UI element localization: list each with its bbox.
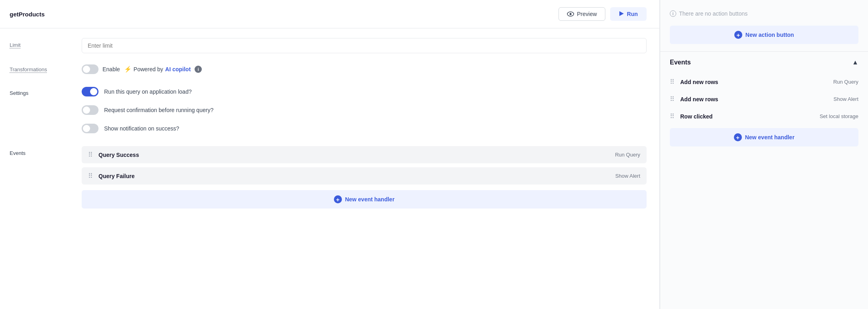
setting-toggle-1[interactable]: [82, 105, 98, 115]
event-action-1: Show Alert: [615, 173, 640, 179]
settings-options: Run this query on application load? Requ…: [82, 87, 213, 133]
plus-icon: +: [334, 195, 342, 203]
ai-text: AI copilot: [165, 66, 191, 72]
right-event-action-1: Show Alert: [834, 96, 858, 102]
eye-icon: [567, 11, 574, 17]
new-event-label: New event handler: [345, 196, 395, 203]
info-icon[interactable]: i: [195, 66, 202, 73]
run-label: Run: [627, 11, 638, 17]
powered-text: Powered by: [134, 66, 163, 72]
events-row: Events ⠿ Query Success Run Query ⠿ Query…: [10, 146, 647, 209]
right-new-event-handler-button[interactable]: + New event handler: [670, 128, 858, 146]
right-drag-handle-2[interactable]: ⠿: [670, 112, 675, 120]
new-action-label: New action button: [745, 32, 794, 38]
top-bar-actions: Preview Run: [559, 7, 647, 21]
event-item-0: ⠿ Query Success Run Query: [82, 146, 647, 163]
setting-text-0: Run this query on application load?: [104, 88, 192, 95]
transformations-content: Enable ⚡ Powered by AI copilot i: [82, 64, 202, 74]
event-name-0: Query Success: [98, 152, 611, 158]
preview-button[interactable]: Preview: [559, 7, 605, 21]
settings-row: Settings Run this query on application l…: [10, 87, 647, 133]
right-drag-handle-0[interactable]: ⠿: [670, 78, 675, 86]
event-name-1: Query Failure: [98, 173, 611, 179]
play-icon: [619, 11, 624, 18]
transformations-label: Transformations: [10, 66, 82, 72]
event-action-0: Run Query: [615, 152, 640, 158]
content-area: Limit Transformations Enable ⚡: [0, 28, 659, 218]
right-event-item-0: ⠿ Add new rows Run Query: [670, 73, 858, 90]
app-title: getProducts: [10, 11, 45, 18]
setting-text-2: Show notification on success?: [104, 125, 179, 132]
right-event-name-0: Add new rows: [680, 79, 829, 85]
settings-label: Settings: [10, 87, 82, 96]
action-buttons-section: i There are no action buttons + New acti…: [660, 0, 868, 52]
setting-text-1: Request confirmation before running quer…: [104, 107, 213, 113]
right-panel: i There are no action buttons + New acti…: [660, 0, 868, 309]
enable-toggle[interactable]: [82, 64, 98, 74]
limit-input-area: [82, 38, 647, 53]
powered-by: ⚡ Powered by AI copilot: [124, 66, 191, 73]
top-bar: getProducts Preview: [0, 0, 659, 28]
no-action-text: There are no action buttons: [679, 10, 747, 17]
right-event-item-2: ⠿ Row clicked Set local storage: [670, 108, 858, 125]
bolt-icon: ⚡: [124, 66, 132, 73]
right-event-action-0: Run Query: [833, 79, 858, 85]
run-button[interactable]: Run: [610, 7, 647, 21]
chevron-up-icon[interactable]: ▲: [852, 59, 858, 66]
enable-label: Enable: [102, 66, 120, 72]
drag-handle-0[interactable]: ⠿: [88, 151, 93, 159]
right-event-item-1: ⠿ Add new rows Show Alert: [670, 90, 858, 108]
right-events-title: Events: [670, 59, 691, 66]
no-action-text-row: i There are no action buttons: [670, 7, 858, 20]
events-label: Events: [10, 146, 82, 156]
events-content: ⠿ Query Success Run Query ⠿ Query Failur…: [82, 146, 647, 209]
no-action-info-icon: i: [670, 10, 676, 17]
right-event-name-1: Add new rows: [680, 96, 830, 102]
setting-toggle-2[interactable]: [82, 124, 98, 133]
svg-point-1: [569, 13, 571, 15]
event-item-1: ⠿ Query Failure Show Alert: [82, 167, 647, 185]
setting-item-1: Request confirmation before running quer…: [82, 105, 213, 115]
setting-toggle-0[interactable]: [82, 87, 98, 96]
limit-input[interactable]: [82, 38, 647, 53]
right-event-action-2: Set local storage: [820, 113, 858, 119]
new-event-handler-button[interactable]: + New event handler: [82, 190, 647, 209]
right-event-name-2: Row clicked: [680, 113, 816, 120]
right-drag-handle-1[interactable]: ⠿: [670, 95, 675, 103]
limit-label: Limit: [10, 38, 82, 48]
svg-marker-2: [619, 11, 624, 16]
limit-row: Limit: [10, 38, 647, 53]
new-action-plus-icon: +: [734, 31, 742, 39]
transformations-row: Transformations Enable ⚡ Powered by AI c…: [10, 64, 647, 74]
preview-label: Preview: [577, 11, 597, 17]
drag-handle-1[interactable]: ⠿: [88, 172, 93, 180]
left-panel: getProducts Preview: [0, 0, 660, 309]
setting-item-0: Run this query on application load?: [82, 87, 213, 96]
right-events-section: Events ▲ ⠿ Add new rows Run Query ⠿ Add …: [660, 52, 868, 151]
right-plus-icon: +: [734, 133, 742, 141]
right-new-event-label: New event handler: [745, 134, 795, 140]
setting-item-2: Show notification on success?: [82, 124, 213, 133]
new-action-button[interactable]: + New action button: [670, 26, 858, 44]
right-events-header: Events ▲: [670, 59, 858, 66]
